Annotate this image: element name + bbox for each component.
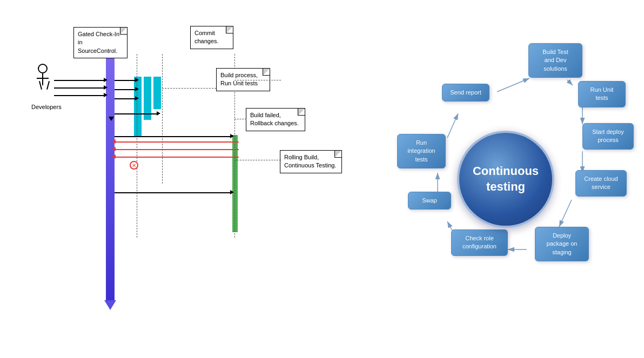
dashed-h-3 xyxy=(234,119,246,119)
down-arrow-inner xyxy=(109,117,114,121)
center-circle: Continuoustesting xyxy=(457,131,554,228)
node-run-integration: Runintegrationtests xyxy=(397,134,446,168)
center-label: Continuoustesting xyxy=(473,164,539,194)
stick-legs-right xyxy=(46,81,50,90)
cyan-bar-1 xyxy=(134,77,142,136)
node-swap: Swap xyxy=(408,192,451,210)
node-send-report: Send report xyxy=(442,84,489,102)
arrow-right-4 xyxy=(115,113,158,114)
note-commit: Commit changes. xyxy=(190,26,233,49)
node-run-unit: Run Unittests xyxy=(578,81,626,107)
node-check-role: Check roleconfiguration xyxy=(451,229,508,256)
dashed-line-2 xyxy=(162,54,163,184)
dashed-h-1 xyxy=(162,88,216,89)
arrow-dev-2 xyxy=(54,87,105,89)
arrow-dev-1 xyxy=(54,80,105,81)
arrow-right-2 xyxy=(115,89,136,90)
node-build-test: Build Testand Devsolutions xyxy=(528,43,582,78)
stick-head xyxy=(38,64,48,73)
svg-line-9 xyxy=(497,78,529,92)
dashed-h-4 xyxy=(234,160,281,160)
continuous-testing-diagram: Continuoustesting Build Testand Devsolut… xyxy=(367,0,644,358)
main-bar-arrow xyxy=(104,300,116,310)
main-vertical-bar xyxy=(106,54,115,302)
dashed-h-2 xyxy=(234,80,281,80)
note-build-failed: Build failed, Rollback changes. xyxy=(246,108,305,131)
cyan-bar-3 xyxy=(153,77,161,109)
node-deploy-pkg: Deploypackage onstaging xyxy=(535,227,589,261)
error-circle: ✕ xyxy=(130,161,138,170)
note-rolling-build: Rolling Build, Continuous Testing. xyxy=(280,150,342,173)
arrow-right-3 xyxy=(115,98,136,99)
stick-body xyxy=(42,73,43,85)
arrow-dev-3 xyxy=(54,95,105,96)
node-create-cloud: Create cloudservice xyxy=(575,170,627,197)
arrow-to-green-2 xyxy=(115,192,231,193)
arrow-return-1 xyxy=(115,141,239,143)
arrow-to-green-1 xyxy=(115,136,231,137)
arrow-return-3 xyxy=(115,157,239,158)
developer-figure xyxy=(37,64,49,104)
developer-label: Developers xyxy=(31,104,62,110)
svg-line-4 xyxy=(559,200,572,227)
stick-arms xyxy=(37,78,49,79)
svg-line-1 xyxy=(567,80,573,85)
sequence-diagram: Developers Gated Check-In in SourceContr… xyxy=(0,0,367,358)
arrow-return-2 xyxy=(115,149,239,150)
node-start-deploy: Start deployprocess xyxy=(582,123,634,150)
arrow-right-1 xyxy=(115,80,136,81)
svg-line-8 xyxy=(447,113,458,138)
note-gated-checkin: Gated Check-In in SourceControl. xyxy=(73,27,128,58)
